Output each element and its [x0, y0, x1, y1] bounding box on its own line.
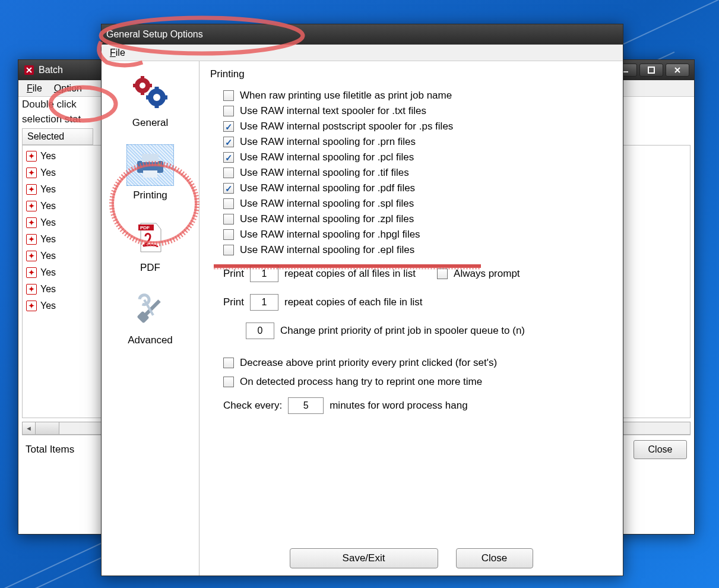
svg-point-18 — [158, 163, 160, 166]
list-item-label: Yes — [40, 217, 56, 228]
list-item-label: Yes — [40, 284, 56, 295]
copies-all-input[interactable] — [250, 265, 278, 282]
printing-option-row: Use RAW internal postscript spooler for … — [223, 121, 612, 132]
svg-rect-16 — [142, 154, 159, 162]
pdf-file-icon: ✦ — [26, 267, 37, 278]
options-titlebar[interactable]: General Setup Options — [102, 24, 623, 45]
tools-icon — [126, 289, 174, 331]
priority-text: Change print priority of print job in sp… — [280, 325, 525, 337]
sidebar-label-general: General — [104, 117, 197, 129]
printing-option-checkbox[interactable] — [223, 152, 234, 163]
check-every-label: Check every: — [223, 400, 282, 412]
pdf-file-icon: ✦ — [26, 284, 37, 295]
decrease-priority-checkbox[interactable] — [223, 358, 234, 368]
printing-option-checkbox[interactable] — [223, 245, 234, 255]
group-printing-label: Printing — [210, 68, 612, 80]
svg-text:PDF: PDF — [140, 225, 150, 230]
gears-icon — [126, 72, 174, 113]
close-button[interactable] — [666, 64, 689, 77]
printing-option-checkbox[interactable] — [223, 167, 234, 178]
printing-option-row: When raw printing use filetitle as print… — [223, 90, 612, 102]
printing-option-checkbox[interactable] — [223, 90, 234, 101]
printing-option-label: Use RAW internal spooling for .pdf files — [240, 182, 415, 194]
pdf-file-icon: ✦ — [26, 151, 37, 162]
list-item-label: Yes — [40, 167, 56, 178]
printing-option-label: Use RAW internal spooling for .tif files — [240, 167, 409, 179]
sidebar-item-pdf[interactable]: PDF PDF — [102, 212, 199, 284]
list-item-label: Yes — [40, 184, 56, 195]
svg-point-10 — [153, 94, 160, 101]
sidebar-label-pdf: PDF — [104, 262, 197, 274]
printing-option-label: Use RAW internal text spooler for .txt f… — [240, 105, 426, 117]
copies-all-text: repeat copies of all files in list — [284, 268, 416, 280]
col-selected-header[interactable]: Selected — [22, 128, 93, 145]
scroll-thumb[interactable] — [36, 422, 59, 434]
menu-options[interactable]: Option — [48, 82, 88, 95]
svg-point-24 — [138, 293, 151, 306]
check-every-suffix: minutes for word process hang — [330, 400, 467, 412]
pdf-icon: PDF — [126, 217, 174, 258]
printing-option-checkbox[interactable] — [223, 137, 234, 147]
category-side-panel: General Printing — [102, 61, 199, 576]
list-item-label: Yes — [40, 234, 56, 245]
printing-option-checkbox[interactable] — [223, 229, 234, 240]
list-item-label: Yes — [40, 267, 56, 278]
copies-each-input[interactable] — [250, 294, 278, 311]
sidebar-label-printing: Printing — [104, 189, 197, 201]
reprint-on-hang-label: On detected process hang try to reprint … — [240, 376, 482, 388]
list-item-label: Yes — [40, 301, 56, 311]
printing-option-label: Use RAW internal spooling for .spl files — [240, 198, 414, 210]
priority-input[interactable] — [246, 323, 274, 339]
options-menubar: File — [102, 45, 623, 61]
maximize-button[interactable] — [639, 64, 663, 77]
pdf-file-icon: ✦ — [26, 234, 37, 245]
pdf-file-icon: ✦ — [26, 184, 37, 195]
sidebar-item-general[interactable]: General — [102, 67, 199, 140]
printing-option-row: Use RAW internal spooling for .spl files — [223, 198, 612, 210]
printing-option-label: Use RAW internal postscript spooler for … — [240, 121, 453, 132]
options-close-button[interactable]: Close — [456, 548, 533, 568]
svg-rect-2 — [648, 67, 654, 73]
printing-option-row: Use RAW internal text spooler for .txt f… — [223, 105, 612, 117]
print-label-1: Print — [223, 268, 244, 280]
printing-option-row: Use RAW internal spooling for .prn files — [223, 136, 612, 148]
options-menu-file[interactable]: File — [104, 46, 131, 59]
printing-option-checkbox[interactable] — [223, 106, 234, 116]
save-exit-button[interactable]: Save/Exit — [290, 548, 438, 568]
pdf-file-icon: ✦ — [26, 201, 37, 211]
reprint-on-hang-checkbox[interactable] — [223, 377, 234, 387]
printing-option-checkbox[interactable] — [223, 183, 234, 194]
options-dialog: General Setup Options File General — [101, 24, 623, 576]
batch-close-button[interactable]: Close — [634, 440, 687, 459]
menu-file[interactable]: File — [21, 82, 48, 95]
printing-option-checkbox[interactable] — [223, 214, 234, 225]
copies-each-text: repeat copies of each file in list — [284, 296, 422, 308]
options-title-text: General Setup Options — [106, 29, 618, 40]
printing-option-label: Use RAW internal spooling for .hpgl file… — [240, 229, 420, 241]
total-items-label: Total Items — [26, 444, 74, 456]
always-prompt-label: Always prompt — [454, 268, 520, 280]
printing-option-label: Use RAW internal spooling for .prn files — [240, 136, 416, 148]
always-prompt-checkbox[interactable] — [437, 268, 448, 279]
scroll-left-icon[interactable]: ◄ — [23, 422, 36, 434]
sidebar-item-advanced[interactable]: Advanced — [102, 284, 199, 357]
check-every-input[interactable] — [288, 397, 324, 414]
printing-option-label: Use RAW internal spooling for .epl files — [240, 244, 414, 256]
print-label-2: Print — [223, 296, 244, 308]
printing-option-row: Use RAW internal spooling for .tif files — [223, 167, 612, 179]
printing-option-row: Use RAW internal spooling for .zpl files — [223, 213, 612, 225]
list-item-label: Yes — [40, 201, 56, 211]
printing-option-checkbox[interactable] — [223, 121, 234, 132]
sidebar-label-advanced: Advanced — [104, 334, 197, 346]
pdf-file-icon: ✦ — [26, 251, 37, 261]
pdf-file-icon: ✦ — [26, 217, 37, 228]
pdf-file-icon: ✦ — [26, 167, 37, 178]
printing-option-checkbox[interactable] — [223, 198, 234, 209]
list-item-label: Yes — [40, 151, 56, 162]
svg-point-4 — [140, 83, 145, 88]
batch-app-icon — [23, 64, 35, 76]
pdf-file-icon: ✦ — [26, 301, 37, 311]
sidebar-item-printing[interactable]: Printing — [102, 140, 199, 212]
printing-option-label: Use RAW internal spooling for .pcl files — [240, 151, 414, 163]
printing-option-label: Use RAW internal spooling for .zpl files — [240, 213, 414, 225]
